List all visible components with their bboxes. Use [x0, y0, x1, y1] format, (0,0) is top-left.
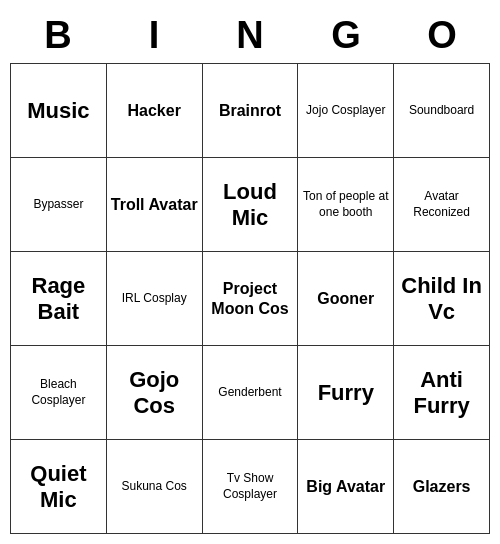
cell-r4-c2: Tv Show Cosplayer [202, 440, 298, 534]
cell-r0-c1: Hacker [106, 64, 202, 158]
cell-r2-c1: IRL Cosplay [106, 252, 202, 346]
cell-r1-c4: Avatar Reconized [394, 158, 490, 252]
cell-r2-c2: Project Moon Cos [202, 252, 298, 346]
letter-n: N [210, 14, 290, 57]
cell-r0-c0: Music [11, 64, 107, 158]
cell-r0-c3: Jojo Cosplayer [298, 64, 394, 158]
cell-r2-c3: Gooner [298, 252, 394, 346]
cell-r0-c4: Soundboard [394, 64, 490, 158]
cell-r4-c0: QuietMic [11, 440, 107, 534]
cell-r4-c4: Glazers [394, 440, 490, 534]
cell-r2-c4: Child InVc [394, 252, 490, 346]
cell-r2-c0: RageBait [11, 252, 107, 346]
letter-g: G [306, 14, 386, 57]
cell-r3-c2: Genderbent [202, 346, 298, 440]
cell-r3-c1: GojoCos [106, 346, 202, 440]
bingo-grid: MusicHackerBrainrotJojo CosplayerSoundbo… [10, 63, 490, 534]
letter-i: I [114, 14, 194, 57]
cell-r1-c1: Troll Avatar [106, 158, 202, 252]
cell-r1-c3: Ton of people at one booth [298, 158, 394, 252]
cell-r4-c3: Big Avatar [298, 440, 394, 534]
cell-r3-c0: Bleach Cosplayer [11, 346, 107, 440]
cell-r1-c2: LoudMic [202, 158, 298, 252]
cell-r3-c4: AntiFurry [394, 346, 490, 440]
cell-r1-c0: Bypasser [11, 158, 107, 252]
bingo-title: B I N G O [10, 10, 490, 63]
cell-r3-c3: Furry [298, 346, 394, 440]
cell-r0-c2: Brainrot [202, 64, 298, 158]
cell-r4-c1: Sukuna Cos [106, 440, 202, 534]
letter-o: O [402, 14, 482, 57]
letter-b: B [18, 14, 98, 57]
